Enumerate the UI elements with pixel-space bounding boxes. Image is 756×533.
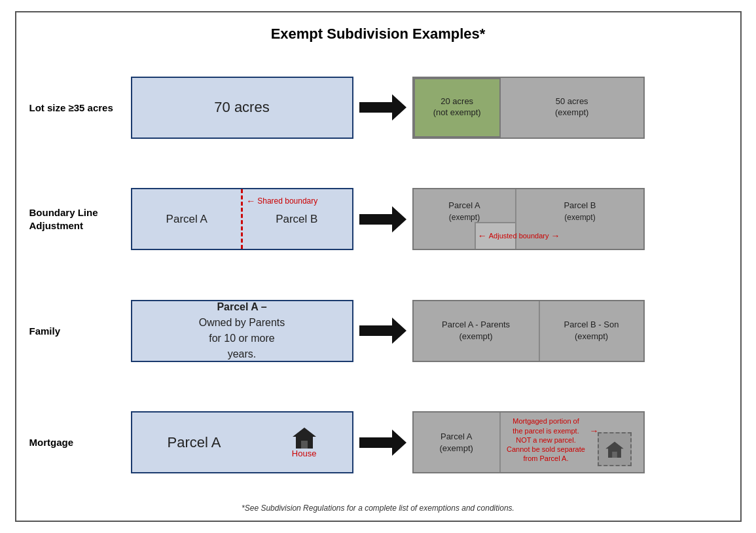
- family-parcel-a-line2: Owned by Parents: [199, 315, 285, 331]
- family-parcel-a-line3: for 10 or more: [209, 331, 274, 346]
- adjusted-boundary-annotation: ← Adjusted boundary →: [478, 230, 560, 241]
- after-mortgage: Parcel A (exempt) Mortgaged portion of t…: [412, 411, 645, 473]
- mortgage-after-split: Parcel A (exempt) Mortgaged portion of t…: [414, 413, 643, 472]
- after-mortgage-parcel-a: Parcel A (exempt): [414, 413, 501, 472]
- family-parcel-a-line1: Parcel A –: [217, 299, 266, 315]
- arrow-mortgage: [353, 430, 412, 456]
- svg-marker-5: [359, 430, 406, 456]
- footnote: *See Subdivision Regulations for a compl…: [29, 498, 727, 514]
- row-family: Family Parcel A – Owned by Parents for 1…: [29, 298, 727, 363]
- arrow-boundary: [353, 206, 412, 232]
- after-lot-size: 20 acres (not exempt) 50 acres (exempt): [412, 77, 645, 139]
- svg-marker-1: [359, 206, 406, 232]
- before-mortgage: Parcel A House: [131, 411, 353, 473]
- after-boundary: Parcel A (exempt) Parcel B (exempt): [412, 188, 645, 250]
- shared-boundary-annotation: ← Shared boundary: [246, 196, 317, 206]
- mortgage-parcel-a: Parcel A: [168, 434, 221, 451]
- row-boundary: Boundary Line Adjustment Parcel A ← Shar…: [29, 187, 727, 252]
- adjusted-boundary-text: Adjusted boundary: [489, 232, 549, 240]
- label-family: Family: [29, 325, 131, 338]
- boundary-before-split: Parcel A ← Shared boundary Parcel B: [132, 189, 352, 249]
- mortgage-house-icon: [605, 441, 624, 458]
- boundary-after-split: Parcel A (exempt) Parcel B (exempt): [414, 189, 643, 249]
- after-family: Parcel A - Parents (exempt) Parcel B - S…: [412, 300, 645, 362]
- house-svg: [293, 426, 316, 449]
- family-after-split: Parcel A - Parents (exempt) Parcel B - S…: [414, 301, 643, 361]
- family-before-content: Parcel A – Owned by Parents for 10 or mo…: [132, 301, 352, 361]
- mortgage-annotation-text: Mortgaged portion of the parcel is exemp…: [505, 416, 587, 463]
- mortgage-before-content: Parcel A House: [132, 413, 352, 472]
- after-lot-size-split: 20 acres (not exempt) 50 acres (exempt): [414, 78, 643, 138]
- after-mortgage-annotation-area: Mortgaged portion of the parcel is exemp…: [501, 413, 643, 472]
- house-label: House: [292, 449, 317, 458]
- arrow-family: [353, 318, 412, 344]
- label-mortgage: Mortgage: [29, 436, 131, 449]
- after-parcel-a-label: Parcel A (exempt): [448, 194, 480, 223]
- svg-rect-7: [612, 452, 617, 458]
- parcel-b-label: Parcel B: [276, 213, 317, 226]
- after-family-parents: Parcel A - Parents (exempt): [414, 301, 540, 361]
- lot-size-exempt: 50 acres (exempt): [501, 78, 643, 138]
- row-mortgage: Mortgage Parcel A House: [29, 410, 727, 475]
- shared-boundary-text: Shared boundary: [257, 196, 317, 206]
- svg-rect-4: [301, 441, 308, 449]
- svg-marker-2: [359, 318, 406, 344]
- arrow-lot-size: [353, 94, 412, 120]
- before-family: Parcel A – Owned by Parents for 10 or mo…: [131, 300, 353, 362]
- outer-border: Exempt Subdivision Examples* Lot size ≥3…: [15, 11, 742, 522]
- lot-size-not-exempt: 20 acres (not exempt): [414, 78, 501, 138]
- label-boundary: Boundary Line Adjustment: [29, 206, 131, 232]
- main-title: Exempt Subdivision Examples*: [29, 19, 727, 52]
- after-family-son: Parcel B - Son (exempt): [540, 301, 643, 361]
- rows-area: Lot size ≥35 acres 70 acres 20 acres (no…: [29, 52, 727, 498]
- label-lot-size: Lot size ≥35 acres: [29, 101, 131, 115]
- after-parcel-b-label: Parcel B (exempt): [564, 194, 596, 223]
- svg-marker-0: [359, 94, 406, 120]
- house-icon-container: House: [292, 426, 317, 458]
- mortgage-house-box: [598, 432, 632, 466]
- lot-size-value: 70 acres: [214, 99, 269, 116]
- row-lot-size: Lot size ≥35 acres 70 acres 20 acres (no…: [29, 75, 727, 140]
- before-boundary: Parcel A ← Shared boundary Parcel B: [131, 188, 353, 250]
- family-parcel-a-line4: years.: [228, 346, 257, 362]
- parcel-a-label: Parcel A: [166, 213, 207, 226]
- before-lot-size: 70 acres: [131, 77, 353, 139]
